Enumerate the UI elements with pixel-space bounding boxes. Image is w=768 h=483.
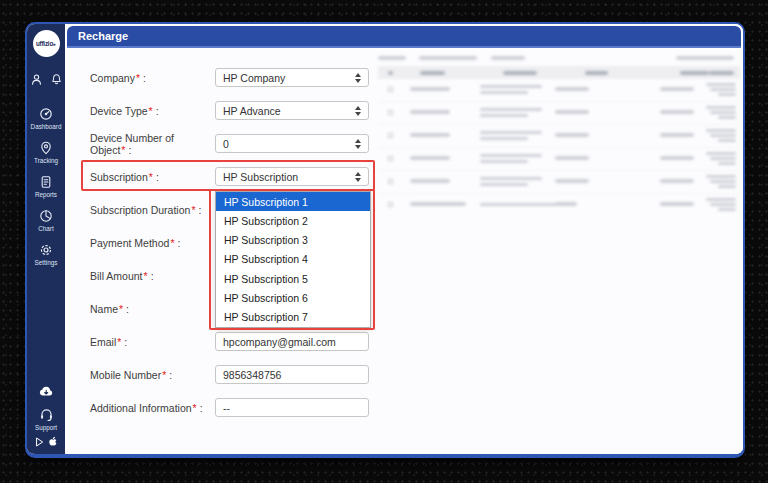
email-field[interactable] xyxy=(215,332,369,351)
updown-arrows-icon xyxy=(355,139,361,149)
blurred-filter-chips xyxy=(378,54,740,62)
field-label: Email*: xyxy=(90,336,215,348)
location-pin-icon xyxy=(39,141,53,155)
additional-information-field[interactable] xyxy=(215,398,369,417)
speedometer-icon xyxy=(39,107,53,121)
dropdown-option[interactable]: HP Subscription 4 xyxy=(216,250,370,269)
blurred-table-row xyxy=(378,194,740,217)
blurred-table-row xyxy=(378,171,740,194)
field-label: Bill Amount*: xyxy=(90,270,215,282)
field-label: Subscription Duration*: xyxy=(90,204,215,216)
form-row-additional-information: Additional Information*: xyxy=(90,398,369,417)
device-number-select[interactable]: 0 xyxy=(215,134,369,153)
sidebar-item-dashboard[interactable]: Dashboard xyxy=(31,107,62,130)
dropdown-option[interactable]: HP Subscription 2 xyxy=(216,211,370,230)
dropdown-option[interactable]: HP Subscription 7 xyxy=(216,308,370,327)
form-row-subscription: Subscription*: HP Subscription xyxy=(90,167,369,186)
field-label: Company*: xyxy=(90,72,215,84)
form-row-mobile-number: Mobile Number*: xyxy=(90,365,369,384)
blurred-table-row xyxy=(378,148,740,171)
form-row-bill-amount: Bill Amount*: xyxy=(90,266,215,285)
dropdown-option[interactable]: HP Subscription 5 xyxy=(216,269,370,288)
dropdown-option[interactable]: HP Subscription 6 xyxy=(216,288,370,307)
form-row-company: Company*: HP Company xyxy=(90,68,369,87)
sidebar-item-tracking[interactable]: Tracking xyxy=(34,141,58,164)
gear-icon xyxy=(39,243,53,257)
google-play-icon[interactable] xyxy=(35,437,44,447)
field-label: Device Type*: xyxy=(90,105,215,117)
sidebar-item-label: Settings xyxy=(35,259,58,266)
uffizio-logo[interactable]: uffizio▸ xyxy=(33,30,60,57)
updown-arrows-icon xyxy=(355,172,361,182)
logo-text: uffizio xyxy=(36,40,53,47)
main-panel: Recharge xyxy=(65,24,743,454)
support-label: Support xyxy=(35,424,57,431)
updown-arrows-icon xyxy=(355,106,361,116)
form-row-email: Email*: xyxy=(90,332,369,351)
cloud-download-icon[interactable] xyxy=(38,384,55,398)
field-label: Subscription*: xyxy=(90,171,215,183)
app-window: uffizio▸ Dashbo xyxy=(25,22,745,458)
blurred-table-row xyxy=(378,79,740,102)
headset-icon xyxy=(39,407,54,422)
blurred-table-row xyxy=(378,102,740,125)
field-label: Additional Information*: xyxy=(90,402,215,414)
field-label: Device Number of Object*: xyxy=(90,132,215,156)
form-row-payment-method: Payment Method*: xyxy=(90,233,215,252)
form-row-device-type: Device Type*: HP Advance xyxy=(90,101,369,120)
bell-icon[interactable] xyxy=(50,73,63,86)
dropdown-option[interactable]: HP Subscription 3 xyxy=(216,231,370,250)
modal-title: Recharge xyxy=(78,30,128,42)
device-type-select[interactable]: HP Advance xyxy=(215,101,369,120)
company-select[interactable]: HP Company xyxy=(215,68,369,87)
blurred-table-row xyxy=(378,125,740,148)
form-row-name: Name*: xyxy=(90,299,215,318)
sidebar-item-support[interactable]: Support xyxy=(35,407,57,431)
blurred-table-header xyxy=(378,66,740,79)
form-row-subscription-duration: Subscription Duration*: xyxy=(90,200,215,219)
user-icon[interactable] xyxy=(30,73,43,86)
pie-chart-icon xyxy=(39,209,53,223)
sidebar-item-label: Reports xyxy=(35,191,57,198)
report-document-icon xyxy=(39,175,53,189)
field-label: Mobile Number*: xyxy=(90,369,215,381)
field-label: Name*: xyxy=(90,303,215,315)
form-row-device-number: Device Number of Object*: 0 xyxy=(90,134,369,153)
dropdown-option[interactable]: HP Subscription 1 xyxy=(216,192,370,211)
blurred-background-table xyxy=(378,54,740,266)
updown-arrows-icon xyxy=(355,73,361,83)
field-label: Payment Method*: xyxy=(90,237,215,249)
sidebar-item-reports[interactable]: Reports xyxy=(35,175,57,198)
sidebar-item-label: Dashboard xyxy=(31,123,62,130)
mobile-number-field[interactable] xyxy=(215,365,369,384)
sidebar-item-chart[interactable]: Chart xyxy=(38,209,53,232)
logo-arrow-icon: ▸ xyxy=(54,41,57,47)
subscription-dropdown-list: HP Subscription 1 HP Subscription 2 HP S… xyxy=(215,191,371,328)
subscription-select[interactable]: HP Subscription xyxy=(215,167,369,186)
apple-icon[interactable] xyxy=(48,436,58,447)
sidebar-item-settings[interactable]: Settings xyxy=(35,243,58,266)
modal-content: Company*: HP Company Device Type*: HP Ad… xyxy=(67,48,741,454)
sidebar-item-label: Chart xyxy=(38,225,53,232)
sidebar-item-label: Tracking xyxy=(34,157,58,164)
sidebar: uffizio▸ Dashbo xyxy=(27,24,65,454)
modal-header: Recharge xyxy=(67,26,741,48)
